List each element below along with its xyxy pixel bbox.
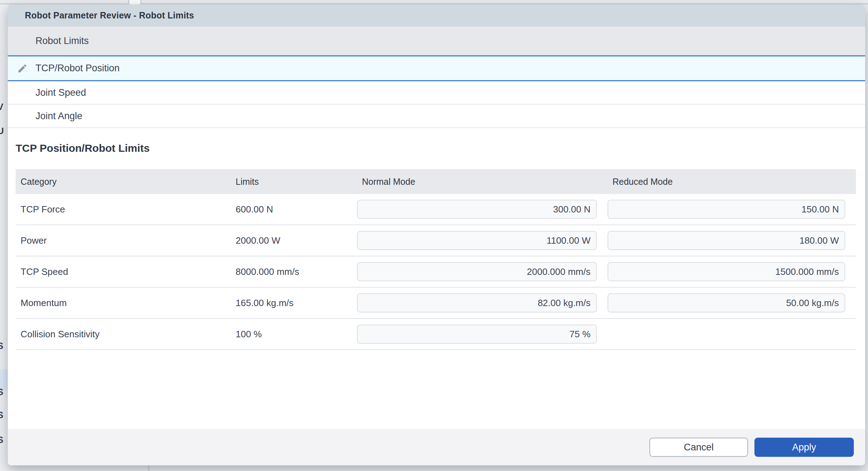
background-text-fragment: - xyxy=(0,220,8,231)
table-row-power: Power 2000.00 W xyxy=(16,225,856,256)
background-text-fragment: S xyxy=(0,434,8,445)
nav-item-joint-speed[interactable]: Joint Speed xyxy=(8,81,865,105)
normal-mode-input[interactable] xyxy=(357,200,597,219)
nav-item-label: Robot Limits xyxy=(8,35,89,46)
background-text-fragment: I xyxy=(0,57,8,68)
background-text-fragment: S xyxy=(0,387,8,398)
category-label: TCP Speed xyxy=(16,266,231,277)
background-text-fragment: - xyxy=(0,244,8,255)
background-text-fragment: l xyxy=(0,37,8,48)
robot-parameter-review-dialog: Robot Parameter Review - Robot Limits Ro… xyxy=(8,4,865,465)
apply-button[interactable]: Apply xyxy=(754,438,854,457)
reduced-mode-input[interactable] xyxy=(608,231,845,250)
limit-value: 165.00 kg.m/s xyxy=(231,298,357,309)
nav-item-joint-angle[interactable]: Joint Angle xyxy=(8,105,865,128)
table-header-row: Category Limits Normal Mode Reduced Mode xyxy=(16,169,856,194)
limit-value: 100 % xyxy=(231,329,357,340)
normal-mode-input[interactable] xyxy=(357,325,597,344)
background-text-fragment: S xyxy=(0,410,8,421)
table-row-momentum: Momentum 165.00 kg.m/s xyxy=(16,288,856,319)
background-text-fragment: S xyxy=(0,340,8,351)
category-label: Power xyxy=(16,235,231,246)
reduced-mode-input[interactable] xyxy=(608,200,845,219)
background-text-fragment: U xyxy=(0,126,8,137)
background-column-divider xyxy=(148,465,149,471)
nav-item-label: Joint Angle xyxy=(8,111,82,122)
dialog-titlebar: Robot Parameter Review - Robot Limits xyxy=(8,4,865,27)
column-header-normal-mode: Normal Mode xyxy=(357,177,608,187)
dialog-footer: Cancel Apply xyxy=(8,429,865,465)
category-label: TCP Force xyxy=(16,204,231,215)
limit-value: 8000.000 mm/s xyxy=(231,266,357,277)
limit-value: 600.00 N xyxy=(231,204,357,215)
background-text-fragment: - xyxy=(0,197,8,208)
table-row-collision-sensitivity: Collision Sensitivity 100 % xyxy=(16,319,856,350)
dialog-title: Robot Parameter Review - Robot Limits xyxy=(8,10,194,21)
reduced-mode-input[interactable] xyxy=(608,262,845,281)
limit-value: 2000.00 W xyxy=(231,235,357,246)
background-left-column: lIlVUll---SISSS xyxy=(0,4,8,471)
column-header-reduced-mode: Reduced Mode xyxy=(608,177,856,187)
table-row-tcp-speed: TCP Speed 8000.000 mm/s xyxy=(16,256,856,288)
column-header-category: Category xyxy=(16,177,231,187)
reduced-mode-input[interactable] xyxy=(608,293,845,312)
background-text-fragment: l xyxy=(0,150,8,161)
category-label: Collision Sensitivity xyxy=(16,329,231,340)
cancel-button[interactable]: Cancel xyxy=(649,438,748,457)
nav-item-label: Joint Speed xyxy=(8,87,86,98)
column-header-limits: Limits xyxy=(231,177,357,187)
normal-mode-input[interactable] xyxy=(357,231,597,250)
background-text-fragment: l xyxy=(0,80,8,91)
nav-item-robot-limits[interactable]: Robot Limits xyxy=(8,27,865,55)
background-text-fragment: l xyxy=(0,174,8,185)
normal-mode-input[interactable] xyxy=(357,262,597,281)
normal-mode-input[interactable] xyxy=(357,293,597,312)
background-text-fragment: I xyxy=(0,365,8,376)
category-label: Momentum xyxy=(16,298,231,309)
limits-table: Category Limits Normal Mode Reduced Mode… xyxy=(16,169,856,350)
nav-item-tcp-robot-position[interactable]: TCP/Robot Position xyxy=(8,55,865,81)
dialog-content: TCP Position/Robot Limits Category Limit… xyxy=(8,128,865,429)
section-title: TCP Position/Robot Limits xyxy=(16,142,865,154)
pencil-icon xyxy=(17,63,28,74)
table-row-tcp-force: TCP Force 600.00 N xyxy=(16,194,856,225)
background-text-fragment: V xyxy=(0,101,8,112)
